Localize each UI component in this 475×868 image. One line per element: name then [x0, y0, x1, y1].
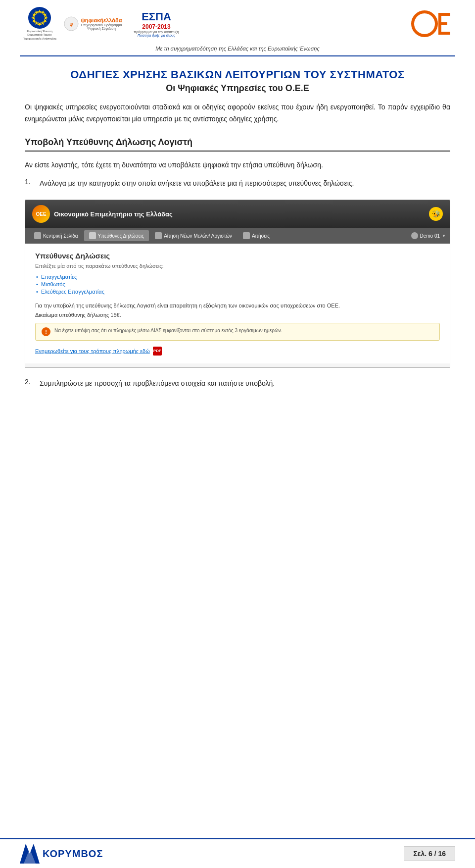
espa-program-text: πρόγραμμα για την ανάπτυξη: [134, 30, 179, 34]
footer-logo-group: ΚΟΡΥΜΒΟΣ: [20, 844, 103, 864]
section-para1: Αν είστε λογιστής, τότε έχετε τη δυνατότ…: [25, 159, 450, 171]
header-tagline: Με τη συγχρηματοδότηση της Ελλάδας και τ…: [0, 44, 475, 55]
psifis-logo: ψ ψηφιακήελλάδα Επιχειρησιακό ΠρόγραμμαΨ…: [68, 9, 118, 39]
svg-rect-17: [438, 13, 450, 16]
main-content: ΟΔΗΓΙΕΣ ΧΡΗΣΗΣ ΒΑΣΙΚΩΝ ΛΕΙΤΟΥΡΓΙΩΝ ΤΟΥ Σ…: [0, 56, 475, 407]
nav-new-members-label: Αίτηση Νέων Μελών/ Λογιστών: [164, 233, 232, 239]
svg-text:ψ: ψ: [70, 22, 73, 27]
footer-page-info: Σελ. 6 / 16: [404, 846, 455, 861]
app-nav-bar: Κεντρική Σελίδα Υπεύθυνες Δηλώσεις Αίτησ…: [25, 228, 450, 244]
screenshot-box: ΟΕΕ Οικονομικό Επιμελητήριο της Ελλάδας …: [25, 200, 450, 368]
korymbos-icon: [20, 844, 40, 864]
new-members-icon: [155, 232, 162, 239]
nav-home-label: Κεντρική Σελίδα: [43, 233, 78, 239]
nav-dropdown-icon[interactable]: ▼: [442, 234, 446, 238]
numbered-item-1: 1. Ανάλογα με την κατηγορία στην οποία α…: [25, 178, 450, 190]
declarations-icon: [89, 232, 96, 239]
page-subtitle: Οι Ψηφιακές Υπηρεσίες του Ο.Ε.Ε: [25, 83, 450, 94]
user-icon: [411, 232, 418, 239]
app-declarations-list: Επαγγελματίες Μισθωτός Ελεύθερες Επαγγελ…: [35, 274, 440, 295]
app-title: Οικονομικό Επιμελητήριο της Ελλάδας: [54, 210, 173, 218]
item1-text: Ανάλογα με την κατηγορία στην οποία ανήκ…: [40, 178, 450, 190]
nav-item-home[interactable]: Κεντρική Σελίδα: [29, 230, 83, 241]
app-section-subtitle: Επιλέξτε μία από τις παρακάτω υπεύθυνες …: [35, 263, 440, 269]
espa-logo: ΕΣΠΑ 2007-2013 πρόγραμμα για την ανάπτυξ…: [127, 9, 186, 39]
requests-icon: [243, 232, 250, 239]
payment-link[interactable]: Ενημερωθείτε για τους τρόπους πληρωμής ε…: [35, 348, 150, 354]
psifis-subtitle: Επιχειρησιακό ΠρόγραμμαΨηφιακή Σύγκλιση: [81, 23, 122, 30]
svg-rect-20: [452, 13, 455, 35]
list-item-2[interactable]: Μισθωτός: [35, 281, 440, 287]
espa-tagline-text: Ποιότητα ζωής για όλους: [138, 34, 175, 37]
app-bee-icon: 🐝: [429, 207, 443, 221]
app-section-title: Υπεύθυνες Δηλώσεις: [35, 252, 440, 260]
app-fee-text: Δικαίωμα υπεύθυνης δήλωσης 15€.: [35, 312, 440, 318]
user-name: Demo 01: [420, 233, 440, 239]
eu-label-text: Ευρωπαϊκή ΈνωσηΕυρωπαϊκό ΤαμείοΠεριφερει…: [23, 30, 57, 41]
item2-text: Συμπληρώστε με προσοχή τα προβλεπόμενα σ…: [40, 378, 450, 390]
svg-rect-19: [438, 32, 450, 35]
home-icon: [34, 232, 41, 239]
warning-icon: !: [42, 327, 50, 336]
app-link-row: Ενημερωθείτε για τους τρόπους πληρωμής ε…: [35, 347, 440, 356]
nav-declarations-label: Υπεύθυνες Δηλώσεις: [98, 233, 144, 239]
page-title: ΟΔΗΓΙΕΣ ΧΡΗΣΗΣ ΒΑΣΙΚΩΝ ΛΕΙΤΟΥΡΓΙΩΝ ΤΟΥ Σ…: [25, 68, 450, 81]
app-logo-icon: ΟΕΕ: [32, 205, 50, 223]
svg-point-15: [413, 12, 436, 36]
page-footer: ΚΟΡΥΜΒΟΣ Σελ. 6 / 16: [0, 838, 475, 868]
psifis-title: ψηφιακήελλάδα: [81, 17, 122, 23]
nav-item-new-members[interactable]: Αίτηση Νέων Μελών/ Λογιστών: [150, 230, 237, 241]
app-logo-area: ΟΕΕ Οικονομικό Επιμελητήριο της Ελλάδας: [32, 205, 173, 223]
footer-logo-text: ΚΟΡΥΜΒΟΣ: [43, 848, 103, 860]
page-header: Ευρωπαϊκή ΈνωσηΕυρωπαϊκό ΤαμείοΠεριφερει…: [0, 0, 475, 44]
item2-number: 2.: [25, 378, 35, 390]
nav-item-requests[interactable]: Αιτήσεις: [238, 230, 275, 241]
section-heading: Υποβολή Υπεύθυνης Δήλωσης Λογιστή: [25, 137, 450, 152]
nav-requests-label: Αιτήσεις: [252, 233, 270, 239]
pdf-icon: PDF: [153, 347, 162, 356]
svg-rect-18: [438, 22, 447, 25]
eu-logo: Ευρωπαϊκή ΈνωσηΕυρωπαϊκό ΤαμείοΠεριφερει…: [20, 9, 59, 39]
app-warning-box: ! Να έχετε υπόψη σας ότι οι πληρωμές μέσ…: [35, 323, 440, 341]
app-warning-text: Να έχετε υπόψη σας ότι οι πληρωμές μέσω …: [54, 327, 283, 334]
intro-text: Οι ψηφιακές υπηρεσίες ενεργοποιούνται στ…: [25, 102, 450, 125]
logos-group: Ευρωπαϊκή ΈνωσηΕυρωπαϊκό ΤαμείοΠεριφερει…: [20, 9, 186, 39]
app-info-text: Για την υποβολή της υπεύθυνης δήλωσης Λο…: [35, 302, 440, 310]
list-item-3[interactable]: Ελεύθερες Επαγγελματίας: [35, 289, 440, 295]
numbered-item-2: 2. Συμπληρώστε με προσοχή τα προβλεπόμεν…: [25, 378, 450, 390]
nav-user-area: Demo 01 ▼: [411, 232, 446, 239]
eu-flag-circle: [28, 7, 51, 29]
item1-number: 1.: [25, 178, 35, 190]
oee-logo: [411, 9, 455, 39]
list-item-1[interactable]: Επαγγελματίες: [35, 274, 440, 280]
app-header-bar: ΟΕΕ Οικονομικό Επιμελητήριο της Ελλάδας …: [25, 200, 450, 228]
nav-item-declarations[interactable]: Υπεύθυνες Δηλώσεις: [84, 230, 149, 241]
app-body: Υπεύθυνες Δηλώσεις Επιλέξτε μία από τις …: [25, 244, 450, 363]
